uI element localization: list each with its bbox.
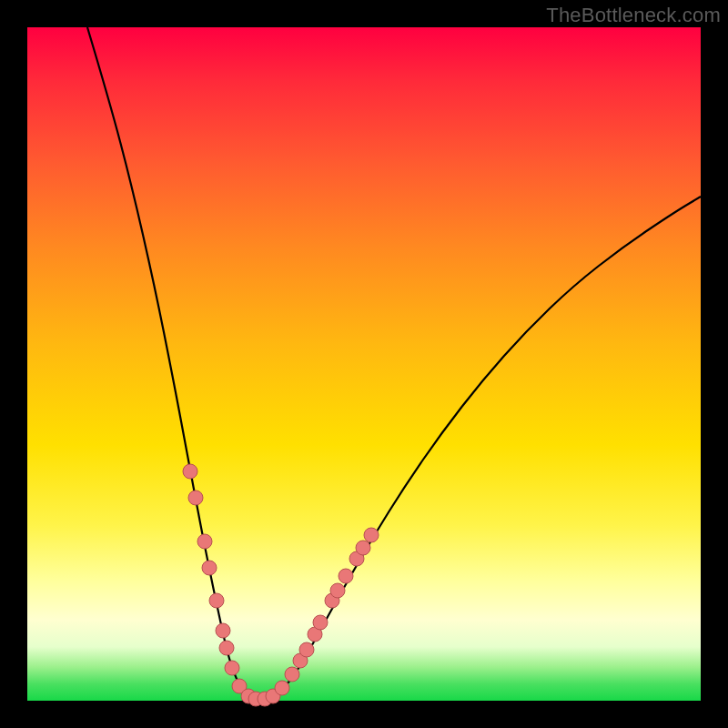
- data-marker: [183, 464, 197, 479]
- chart-stage: TheBottleneck.com: [0, 0, 728, 728]
- curve-svg: [27, 27, 701, 701]
- data-marker: [225, 661, 239, 675]
- data-marker: [299, 642, 314, 657]
- data-marker: [330, 583, 345, 598]
- data-marker: [202, 561, 217, 575]
- data-marker: [313, 615, 328, 630]
- data-marker: [285, 667, 299, 682]
- data-marker: [209, 593, 224, 608]
- data-marker: [339, 569, 353, 583]
- data-marker: [275, 681, 289, 695]
- data-marker: [216, 623, 230, 638]
- plot-area: [27, 27, 701, 701]
- data-marker: [219, 641, 234, 655]
- data-marker: [364, 528, 379, 542]
- data-marker: [188, 490, 203, 505]
- data-marker: [197, 534, 212, 549]
- main-curve: [87, 27, 701, 700]
- data-marker: [356, 541, 370, 555]
- watermark-text: TheBottleneck.com: [546, 4, 721, 27]
